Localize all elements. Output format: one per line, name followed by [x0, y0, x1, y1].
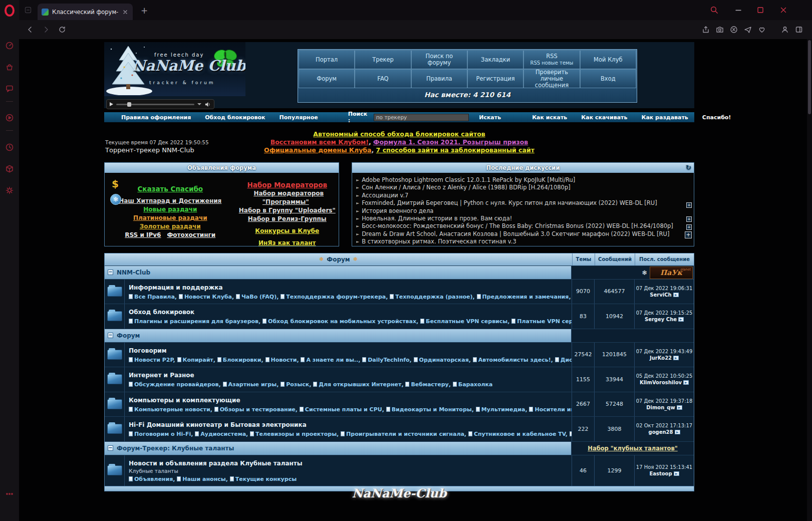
- volume-icon[interactable]: [204, 101, 211, 108]
- panel-link[interactable]: RSS и IPv6: [125, 231, 161, 238]
- subforum-link[interactable]: Автомобилисты здесь!: [478, 357, 551, 363]
- last-post-user-link[interactable]: KlimVoroshilov: [640, 380, 682, 385]
- forum-title-link[interactable]: Hi-Fi Домашний кинотеатр и Бытовая элект…: [129, 421, 307, 428]
- discussion-item[interactable]: ►В стихотворных ритмах. Поэтическая гост…: [356, 238, 681, 245]
- sidebar-setup-icon[interactable]: [795, 26, 803, 34]
- last-post-user-link[interactable]: JurKo22: [650, 355, 672, 361]
- nav-thanks[interactable]: Спасибо!: [702, 114, 731, 121]
- share-icon[interactable]: [702, 26, 710, 34]
- goto-last-post-icon[interactable]: [678, 317, 684, 322]
- scrollbar-thumb[interactable]: [808, 40, 811, 114]
- speed-dial-icon[interactable]: [5, 41, 14, 50]
- subforum-link[interactable]: Системные платы и CPU: [305, 406, 382, 413]
- category-link[interactable]: Форум-Трекер: Клубные таланты: [117, 445, 234, 452]
- subforum-link[interactable]: Техподдержка (разное): [395, 294, 472, 300]
- subforum-link[interactable]: Платные VPN сервисы: [517, 318, 572, 325]
- back-icon[interactable]: [26, 26, 34, 34]
- subforum-link[interactable]: Наши анонсы: [182, 476, 226, 482]
- discussion-link[interactable]: Босс-молокосос: Рождественский бонус / T…: [362, 222, 673, 229]
- subforum-link[interactable]: Обсуждение провайдеров: [134, 381, 218, 388]
- tab-close-icon[interactable]: [122, 9, 129, 16]
- forum-title-link[interactable]: Интернет и Разное: [129, 372, 194, 379]
- panel-link[interactable]: Платиновые раздачи: [133, 214, 207, 221]
- discussion-link[interactable]: Foxminded, Дмитрий Береговец | Python с …: [362, 199, 657, 206]
- discussion-item[interactable]: ►Сон Аленки / Алиса / Neco z Alenky / Al…: [356, 184, 681, 191]
- subforum-link[interactable]: Барахолка: [458, 381, 493, 388]
- club-talents-recruit-link[interactable]: Набор "клубных талантов": [588, 445, 677, 452]
- discussion-link[interactable]: Ассоциации v.7: [362, 192, 408, 199]
- discussion-item[interactable]: ►История военного дела: [356, 207, 681, 215]
- panel-link[interactable]: Сказать Спасибо: [137, 185, 203, 193]
- new-tab-button[interactable]: +: [139, 6, 149, 16]
- expand-icon[interactable]: +: [685, 231, 692, 238]
- nav-how-to-seed[interactable]: Как раздавать: [641, 114, 688, 121]
- subforum-link[interactable]: Обход блокировок на мобильных устройства…: [268, 318, 416, 325]
- forum-title-link[interactable]: Новости и объявления раздела Клубные тал…: [129, 460, 303, 467]
- menu-faq[interactable]: FAQ: [355, 69, 411, 88]
- tracker-search-input[interactable]: [374, 114, 469, 121]
- menu-tracker[interactable]: Трекер: [355, 50, 411, 69]
- goto-last-post-icon[interactable]: [674, 471, 679, 476]
- window-minimize-icon[interactable]: [734, 6, 743, 15]
- subforum-link[interactable]: Бесплатные VPN сервисы: [426, 318, 507, 325]
- menu-forum[interactable]: Форум: [299, 69, 355, 88]
- menu-bookmarks[interactable]: Закладки: [467, 50, 523, 69]
- menu-rss[interactable]: RSS RSS новые темы: [523, 50, 580, 69]
- panel-link[interactable]: Золотые раздачи: [140, 223, 201, 230]
- site-logo[interactable]: free leech day NaNaMe Club tracker & for…: [104, 42, 245, 96]
- subforum-link[interactable]: Дискуссионный клуб: [561, 357, 572, 363]
- announce-formula1[interactable]: Формула 1. Сезон 2021. Розыгрыш призов: [373, 138, 528, 146]
- play-icon[interactable]: [110, 102, 113, 106]
- panel-link[interactable]: Фотохостинги: [167, 231, 215, 238]
- basket-icon[interactable]: [5, 63, 14, 72]
- collapse-icon[interactable]: −: [108, 270, 113, 275]
- expand-icon[interactable]: +: [686, 224, 692, 230]
- category-link[interactable]: NNM-Club: [117, 269, 150, 276]
- audio-player[interactable]: [106, 99, 214, 109]
- discussion-item[interactable]: ►Dream & Draw Art School, Анастасия Козл…: [356, 230, 681, 238]
- last-post-user-link[interactable]: Sergey Che: [645, 317, 677, 322]
- goto-last-post-icon[interactable]: [677, 405, 682, 410]
- subforum-link[interactable]: Для открывших Интернет: [319, 381, 401, 388]
- slider-thumb[interactable]: [127, 102, 131, 107]
- subforum-link[interactable]: Компьютерные новости: [134, 406, 210, 413]
- subforum-link[interactable]: Объявления: [134, 476, 173, 482]
- menu-rules[interactable]: Правила: [411, 69, 467, 88]
- mods-box-icon[interactable]: [5, 164, 14, 173]
- subforum-link[interactable]: Обзоры и тестирование: [220, 406, 296, 413]
- expand-icon[interactable]: +: [686, 202, 692, 208]
- category-link[interactable]: Форум: [117, 332, 140, 339]
- subforum-link[interactable]: Аудиосистема: [200, 431, 246, 437]
- discussion-item[interactable]: ►Adobe Photoshop Lightroom Classic 12.0.…: [356, 176, 681, 184]
- panel-link[interactable]: Наш Хитпарад и Достижения: [119, 197, 221, 204]
- forum-title-link[interactable]: Компьютеры и комплектующие: [129, 397, 240, 404]
- discussion-link[interactable]: История военного дела: [362, 207, 433, 214]
- snapshot-camera-icon[interactable]: [716, 26, 724, 34]
- opera-logo-icon[interactable]: [5, 5, 15, 17]
- subforum-link[interactable]: Проигрыватели и источники сигнала: [346, 431, 464, 437]
- nav-how-to-search[interactable]: Как искать: [532, 114, 567, 121]
- menu-register[interactable]: Регистрация: [467, 69, 523, 88]
- subforum-link[interactable]: Мультимедиа: [481, 406, 525, 413]
- window-close-icon[interactable]: [779, 6, 788, 15]
- search-icon[interactable]: [710, 6, 719, 15]
- panel-link[interactable]: Набор в Релиз-Группы: [248, 215, 327, 222]
- subforum-link[interactable]: Копирайт: [183, 357, 213, 363]
- send-to-device-icon[interactable]: [744, 26, 752, 34]
- nav-bypass-blocks[interactable]: Обход блокировок: [205, 114, 265, 121]
- subforum-link[interactable]: Вебмастеру: [411, 381, 448, 388]
- discussion-item[interactable]: ►Босс-молокосос: Рождественский бонус / …: [356, 222, 681, 230]
- discussion-item[interactable]: ►Ассоциации v.7: [356, 192, 681, 199]
- goto-last-post-icon[interactable]: [673, 293, 679, 297]
- seek-slider[interactable]: [116, 104, 194, 105]
- discussion-link[interactable]: Сон Аленки / Алиса / Neco z Alenky / Ali…: [362, 184, 571, 191]
- page-scrollbar[interactable]: [807, 39, 812, 521]
- subforum-link[interactable]: Азартные игры: [228, 381, 277, 388]
- subforum-link[interactable]: Телевизоры и проекторы: [255, 431, 337, 437]
- subforum-link[interactable]: DailyTechInfo: [368, 357, 409, 363]
- subforum-link[interactable]: Техподдержка форум-трекера: [286, 294, 386, 300]
- subforum-link[interactable]: Видеокарты и Мониторы: [392, 406, 472, 413]
- subforum-link[interactable]: ЧаВо (FAQ): [241, 294, 277, 300]
- expand-icon[interactable]: +: [686, 216, 692, 222]
- subforum-link[interactable]: Текущие конкурсы: [235, 476, 297, 482]
